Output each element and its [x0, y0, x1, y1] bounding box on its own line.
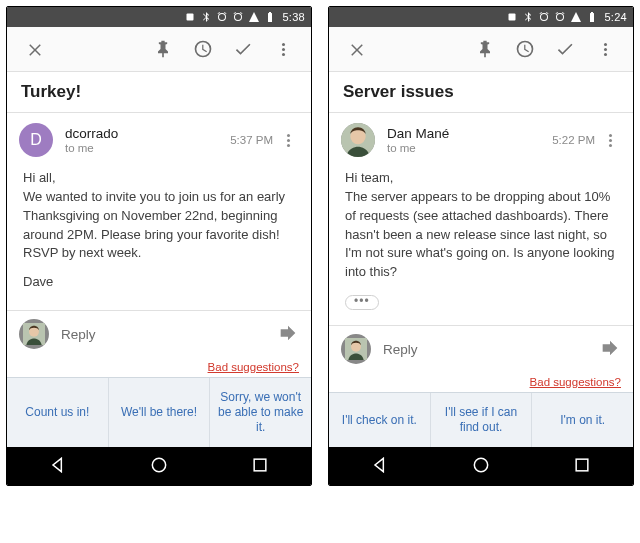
- sender-name: Dan Mané: [387, 126, 552, 141]
- status-time: 5:38: [282, 11, 305, 23]
- sender-row[interactable]: Ddcorradoto me5:37 PM: [7, 113, 311, 163]
- forward-icon[interactable]: [277, 322, 299, 347]
- self-avatar: [341, 334, 371, 364]
- body-signoff: Dave: [23, 273, 295, 292]
- svg-rect-5: [509, 14, 516, 21]
- nav-home-button[interactable]: [149, 455, 169, 478]
- status-bar: 5:38: [7, 7, 311, 27]
- nav-recent-button[interactable]: [572, 455, 592, 478]
- sender-recipients[interactable]: to me: [387, 142, 552, 154]
- close-button[interactable]: [17, 31, 53, 67]
- phone-screen-1: 5:24Server issuesDan Manéto me5:22 PMHi …: [328, 6, 634, 486]
- nav-back-button[interactable]: [370, 455, 390, 478]
- bad-suggestions-link[interactable]: Bad suggestions?: [7, 357, 311, 377]
- signal-icon: [248, 11, 260, 23]
- smart-reply-chip[interactable]: I'll see if I can find out.: [431, 393, 533, 447]
- nav-back-button[interactable]: [48, 455, 68, 478]
- android-nav-bar: [329, 447, 633, 485]
- overflow-menu-button[interactable]: [265, 31, 301, 67]
- sender-name: dcorrado: [65, 126, 230, 141]
- bluetooth-icon: [522, 11, 534, 23]
- pin-button[interactable]: [145, 31, 181, 67]
- alarm-icon: [232, 11, 244, 23]
- forward-icon[interactable]: [599, 337, 621, 362]
- body-greeting: Hi team,: [345, 169, 617, 188]
- email-subject: Turkey!: [7, 72, 311, 113]
- smart-reply-row: Count us in!We'll be there!Sorry, we won…: [7, 377, 311, 447]
- alarm-icon: [538, 11, 550, 23]
- battery-icon: [264, 11, 276, 23]
- nav-recent-button[interactable]: [250, 455, 270, 478]
- reply-row[interactable]: Reply: [329, 325, 633, 372]
- sender-recipients[interactable]: to me: [65, 142, 230, 154]
- android-nav-bar: [7, 447, 311, 485]
- pin-button[interactable]: [467, 31, 503, 67]
- smart-reply-chip[interactable]: I'm on it.: [532, 393, 633, 447]
- portrait-icon: [184, 11, 196, 23]
- body-paragraph: The server appears to be dropping about …: [345, 188, 617, 282]
- overflow-menu-button[interactable]: [587, 31, 623, 67]
- body-greeting: Hi all,: [23, 169, 295, 188]
- svg-rect-0: [187, 14, 194, 21]
- battery-icon: [586, 11, 598, 23]
- close-button[interactable]: [339, 31, 375, 67]
- snooze-button[interactable]: [507, 31, 543, 67]
- reply-label[interactable]: Reply: [61, 327, 265, 342]
- bad-suggestions-link[interactable]: Bad suggestions?: [329, 372, 633, 392]
- status-time: 5:24: [604, 11, 627, 23]
- smart-reply-row: I'll check on it.I'll see if I can find …: [329, 392, 633, 447]
- reply-row[interactable]: Reply: [7, 310, 311, 357]
- smart-reply-chip[interactable]: Sorry, we won't be able to make it.: [210, 378, 311, 447]
- portrait-icon: [506, 11, 518, 23]
- smart-reply-chip[interactable]: I'll check on it.: [329, 393, 431, 447]
- reply-label[interactable]: Reply: [383, 342, 587, 357]
- email-body: Hi team,The server appears to be droppin…: [329, 163, 633, 325]
- email-subject: Server issues: [329, 72, 633, 113]
- svg-point-10: [474, 458, 487, 471]
- app-toolbar: [7, 27, 311, 72]
- smart-reply-chip[interactable]: Count us in!: [7, 378, 109, 447]
- show-trimmed-button[interactable]: •••: [345, 295, 379, 310]
- snooze-button[interactable]: [185, 31, 221, 67]
- message-timestamp: 5:22 PM: [552, 134, 595, 146]
- nav-home-button[interactable]: [471, 455, 491, 478]
- status-bar: 5:24: [329, 7, 633, 27]
- svg-rect-4: [254, 459, 266, 471]
- sender-avatar[interactable]: D: [19, 123, 53, 157]
- self-avatar: [19, 319, 49, 349]
- svg-point-3: [152, 458, 165, 471]
- app-toolbar: [329, 27, 633, 72]
- smart-reply-chip[interactable]: We'll be there!: [109, 378, 211, 447]
- body-paragraph: We wanted to invite you to join us for a…: [23, 188, 295, 263]
- email-body: Hi all, We wanted to invite you to join …: [7, 163, 311, 310]
- sender-row[interactable]: Dan Manéto me5:22 PM: [329, 113, 633, 163]
- svg-rect-11: [576, 459, 588, 471]
- done-button[interactable]: [547, 31, 583, 67]
- signal-icon: [570, 11, 582, 23]
- alarm-icon: [216, 11, 228, 23]
- done-button[interactable]: [225, 31, 261, 67]
- sender-avatar[interactable]: [341, 123, 375, 157]
- message-timestamp: 5:37 PM: [230, 134, 273, 146]
- bluetooth-icon: [200, 11, 212, 23]
- avatar-letter: D: [30, 131, 42, 149]
- alarm-icon: [554, 11, 566, 23]
- message-overflow-button[interactable]: [599, 134, 621, 147]
- phone-screen-0: 5:38Turkey!Ddcorradoto me5:37 PMHi all, …: [6, 6, 312, 486]
- message-overflow-button[interactable]: [277, 134, 299, 147]
